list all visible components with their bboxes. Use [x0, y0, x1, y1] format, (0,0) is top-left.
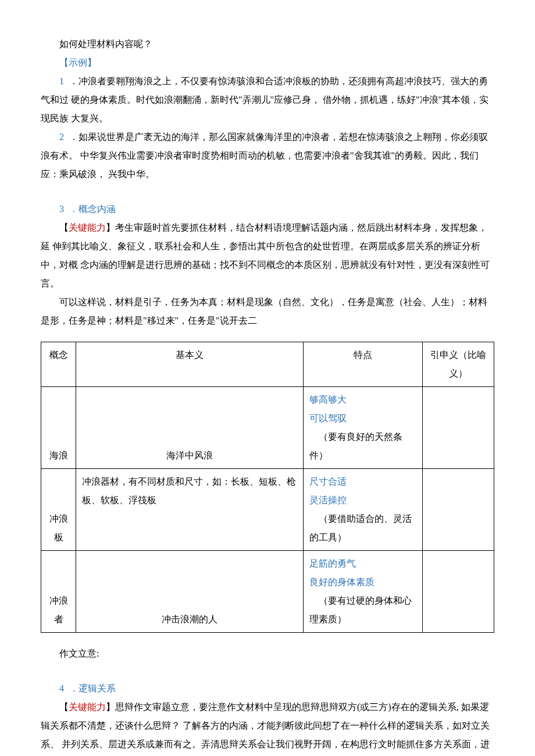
concept-table: 概念 基本义 特点 引申义（比喻义） 海浪 海洋中风浪 够高够大 可以驾驭 （要… [41, 342, 494, 633]
section-4-number: 4 [59, 683, 64, 693]
cell-extended [423, 551, 494, 633]
char-line-3: （要有过硬的身体和心理素质） [309, 592, 416, 629]
example-1-number: 1 [59, 76, 64, 86]
char-line-2: 灵活操控 [309, 491, 416, 510]
section-3-heading: 3 ．概念内涵 [41, 200, 494, 218]
header-basic-meaning: 基本义 [76, 342, 304, 387]
cell-basic: 海洋中风浪 [76, 387, 304, 469]
char-line-1: 尺寸合适 [309, 472, 416, 491]
cell-characteristic: 尺寸合适 灵活操控 （要借助适合的、灵活的工具） [304, 469, 423, 551]
char-line-3: （要借助适合的、灵活的工具） [309, 510, 416, 547]
key-ability-label: 关键能力 [69, 702, 106, 712]
example-2-number: 2 [59, 132, 64, 142]
header-concept: 概念 [41, 342, 76, 387]
table-row: 海浪 海洋中风浪 够高够大 可以驾驭 （要有良好的天然条件） [41, 387, 494, 469]
cell-basic: 冲击浪潮的人 [76, 551, 304, 633]
cell-characteristic: 够高够大 可以驾驭 （要有良好的天然条件） [304, 387, 423, 469]
question-how-to-process: 如何处理材料内容呢？ [41, 35, 494, 53]
cell-extended [423, 469, 494, 551]
section-3-paragraph-2: 可以这样说，材料是引子，任务为本真；材料是现象（自然、文化），任务是寓意（社会、… [41, 293, 494, 330]
cell-characteristic: 足筋的勇气 良好的身体素质 （要有过硬的身体和心理素质） [304, 551, 423, 633]
header-extended-meaning: 引申义（比喻义） [423, 342, 494, 387]
bracket-open: 【 [59, 702, 69, 712]
example-2: 2 ．如果说世界是广袤无边的海洋，那么国家就像海洋里的冲浪者，若想在惊涛骇浪之上… [41, 128, 494, 184]
char-line-2: 良好的身体素质 [309, 573, 416, 592]
table-row: 冲浪者 冲击浪潮的人 足筋的勇气 良好的身体素质 （要有过硬的身体和心理素质） [41, 551, 494, 633]
bracket-close: 】 [106, 223, 115, 232]
example-1-text: ．冲浪者要翱翔海浪之上，不仅要有惊涛骇浪和合适冲浪板的协助，还须拥有高超冲浪技巧… [41, 76, 488, 123]
char-line-2: 可以驾驭 [309, 409, 416, 428]
key-ability-label: 关键能力 [69, 223, 106, 232]
cell-concept: 冲浪板 [41, 469, 76, 551]
char-line-1: 足筋的勇气 [309, 554, 416, 573]
bracket-open: 【 [59, 223, 69, 232]
example-label: 【示例】 [41, 53, 494, 72]
section-4-paragraph-1: 【关键能力】思辩作文审题立意，要注意作文材料中呈现的思辩思辩双方(或三方)存在的… [41, 698, 494, 756]
table-header-row: 概念 基本义 特点 引申义（比喻义） [41, 342, 494, 387]
section-4-title: ．逻辑关系 [67, 683, 116, 693]
char-line-1: 够高够大 [309, 390, 416, 409]
cell-extended [423, 387, 494, 469]
example-2-text: ．如果说世界是广袤无边的海洋，那么国家就像海洋里的冲浪者，若想在惊涛骇浪之上翱翔… [41, 132, 488, 179]
char-line-3: （要有良好的天然条件） [309, 428, 416, 465]
section-3-title: ．概念内涵 [67, 204, 116, 214]
cell-basic: 冲浪器材，有不同材质和尺寸，如：长板、短板、枪板、软板、浮筏板 [76, 469, 304, 551]
header-characteristic: 特点 [304, 342, 423, 387]
section-4-heading: 4 ．逻辑关系 [41, 679, 494, 698]
section-3-number: 3 [59, 204, 64, 214]
cell-concept: 海浪 [41, 387, 76, 469]
section-3-paragraph-1: 【关键能力】考生审题时首先要抓住材料，结合材料语境理解话题内涵，然后跳出材料本身… [41, 218, 494, 293]
table-row: 冲浪板 冲浪器材，有不同材质和尺寸，如：长板、短板、枪板、软板、浮筏板 尺寸合适… [41, 469, 494, 551]
example-1: 1 ．冲浪者要翱翔海浪之上，不仅要有惊涛骇浪和合适冲浪板的协助，还须拥有高超冲浪… [41, 72, 494, 128]
bracket-close: 】 [106, 702, 115, 712]
cell-concept: 冲浪者 [41, 551, 76, 633]
essay-topic-label: 作文立意: [41, 644, 494, 663]
